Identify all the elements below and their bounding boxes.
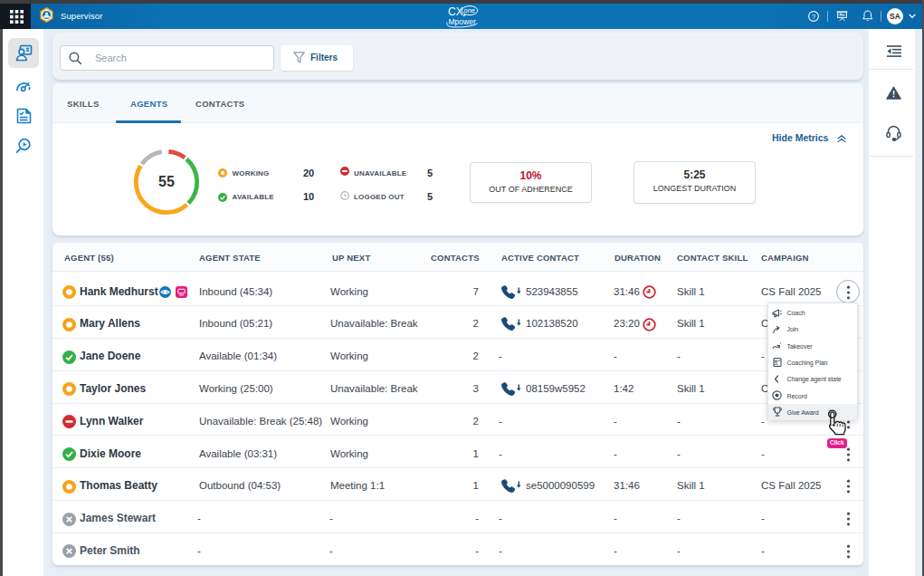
svg-text:Mpower: Mpower: [449, 17, 476, 26]
svg-text:?: ?: [811, 13, 814, 21]
svg-text:one: one: [464, 6, 476, 14]
svg-text:CX: CX: [448, 5, 463, 18]
